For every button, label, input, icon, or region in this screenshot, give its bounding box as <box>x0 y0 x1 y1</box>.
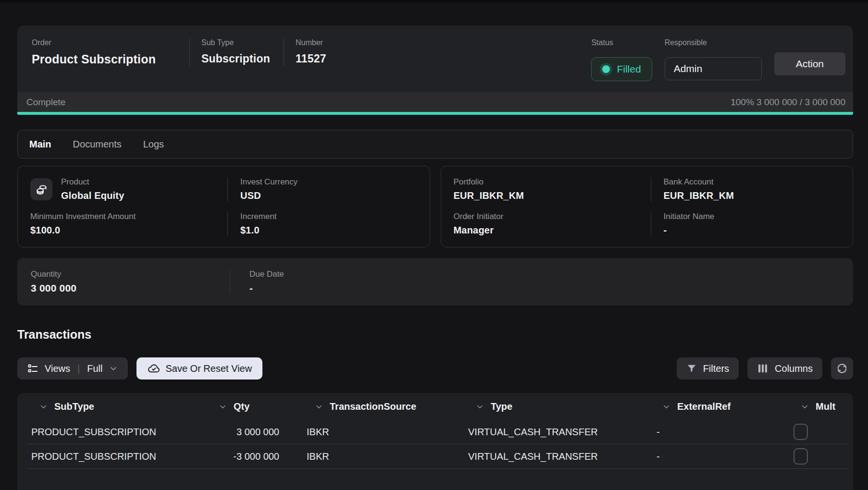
cell-externalref: - <box>642 427 781 438</box>
portfolio-cell: Portfolio EUR_IBKR_KM <box>454 177 651 201</box>
initiator-name-label: Initiator Name <box>664 212 841 221</box>
quantity-card: Quantity 3 000 000 Due Date - <box>17 258 853 306</box>
column-header-qty-label: Qty <box>234 401 249 412</box>
product-value: Global Equity <box>61 190 124 201</box>
tab-logs[interactable]: Logs <box>143 139 164 150</box>
cell-subtype: PRODUCT_SUBSCRIPTION <box>27 427 207 438</box>
views-separator: | <box>77 363 80 374</box>
cell-type: VIRTUAL_CASH_TRANSFER <box>455 451 642 462</box>
responsible-value: Admin <box>674 63 703 74</box>
sort-chevron-icon <box>662 402 671 411</box>
column-header-transactionsource-label: TransactionSource <box>330 401 416 412</box>
cell-mult <box>781 448 848 465</box>
action-label-spacer <box>774 38 845 48</box>
sort-chevron-icon <box>314 402 323 411</box>
transactions-toolbar: Views | Full Save Or Reset View <box>17 357 853 380</box>
table-row[interactable]: PRODUCT_SUBSCRIPTION 3 000 000 IBKR VIRT… <box>27 420 848 444</box>
action-column: Action <box>774 38 845 75</box>
save-or-reset-view-label: Save Or Reset View <box>165 363 252 374</box>
initiator-name-value: - <box>664 225 841 236</box>
due-date-value: - <box>249 282 840 294</box>
views-list-icon <box>27 363 38 374</box>
product-label: Product <box>61 177 124 187</box>
subtype-field-value: Subscription <box>201 52 270 65</box>
product-cell: Product Global Equity <box>30 177 227 201</box>
columns-button-label: Columns <box>775 363 813 374</box>
order-field-value: Product Subscription <box>32 52 176 66</box>
views-button[interactable]: Views | Full <box>17 357 128 380</box>
save-or-reset-view-button[interactable]: Save Or Reset View <box>136 357 262 380</box>
columns-icon <box>757 363 769 374</box>
order-header-fields: Order Product Subscription Sub Type Subs… <box>32 38 340 66</box>
quantity-value: 3 000 000 <box>31 282 230 294</box>
responsible-label: Responsible <box>665 38 762 47</box>
min-investment-label: Minimum Investment Amount <box>30 212 227 221</box>
order-initiator-label: Order Initiator <box>454 212 651 221</box>
progress-fill <box>17 112 853 115</box>
column-header-subtype[interactable]: SubType <box>27 401 207 412</box>
filter-funnel-icon <box>686 363 697 374</box>
sort-chevron-icon <box>39 402 48 411</box>
tab-documents[interactable]: Documents <box>73 139 122 150</box>
column-header-mult[interactable]: Mult <box>781 401 848 412</box>
refresh-button[interactable] <box>831 357 853 380</box>
bank-account-cell: Bank Account EUR_IBKR_KM <box>651 177 841 201</box>
progress-track <box>17 112 853 115</box>
column-header-qty[interactable]: Qty <box>207 401 294 412</box>
chevron-down-icon <box>109 364 118 373</box>
cell-type: VIRTUAL_CASH_TRANSFER <box>455 427 642 438</box>
responsible-column: Responsible Admin <box>665 38 762 80</box>
table-row[interactable]: PRODUCT_SUBSCRIPTION -3 000 000 IBKR VIR… <box>27 444 848 469</box>
filters-button[interactable]: Filters <box>677 357 739 380</box>
status-badge-text: Filled <box>617 63 641 75</box>
tab-main[interactable]: Main <box>29 139 51 150</box>
cell-subtype: PRODUCT_SUBSCRIPTION <box>27 451 207 462</box>
order-initiator-cell: Order Initiator Manager <box>454 212 651 236</box>
columns-button[interactable]: Columns <box>747 357 822 380</box>
views-button-label: Views <box>45 363 70 374</box>
increment-value: $1.0 <box>240 225 417 236</box>
quantity-label: Quantity <box>31 270 230 279</box>
cell-source: IBKR <box>294 427 455 438</box>
column-header-externalref[interactable]: ExternalRef <box>642 401 781 412</box>
invest-currency-label: Invest Currency <box>240 177 417 187</box>
responsible-select[interactable]: Admin <box>665 57 762 80</box>
progress-label: Complete <box>26 97 65 108</box>
increment-cell: Increment $1.0 <box>227 212 417 236</box>
column-header-mult-label: Mult <box>816 401 835 412</box>
column-header-transactionsource[interactable]: TransactionSource <box>294 401 455 412</box>
portfolio-label: Portfolio <box>454 177 651 187</box>
min-investment-cell: Minimum Investment Amount $100.0 <box>30 212 227 236</box>
order-field: Order Product Subscription <box>32 38 189 66</box>
cell-qty: 3 000 000 <box>207 427 294 438</box>
column-header-subtype-label: SubType <box>54 401 94 412</box>
transactions-title: Transactions <box>17 328 853 342</box>
invest-currency-value: USD <box>240 190 417 201</box>
action-button[interactable]: Action <box>774 52 845 75</box>
coins-icon <box>30 178 52 200</box>
number-field-label: Number <box>296 38 326 47</box>
initiator-name-cell: Initiator Name - <box>651 212 841 236</box>
min-investment-value: $100.0 <box>30 225 227 236</box>
progress-detail: 100% 3 000 000 / 3 000 000 <box>731 97 845 108</box>
cell-mult <box>781 424 848 440</box>
column-header-type-label: Type <box>491 401 512 412</box>
status-badge[interactable]: Filled <box>591 57 652 81</box>
sort-chevron-icon <box>800 402 809 411</box>
order-header-controls: Status Filled Responsible Admin Action <box>591 38 845 81</box>
sort-chevron-icon <box>218 402 227 411</box>
order-field-label: Order <box>32 38 176 47</box>
mult-checkbox[interactable] <box>794 424 808 440</box>
quantity-cell: Quantity 3 000 000 <box>31 270 230 294</box>
portfolio-card: Portfolio EUR_IBKR_KM Bank Account EUR_I… <box>441 166 854 247</box>
filters-button-label: Filters <box>703 363 729 374</box>
status-column: Status Filled <box>591 38 652 81</box>
cell-source: IBKR <box>294 451 455 462</box>
number-field-value: 11527 <box>296 52 326 65</box>
order-header-main: Order Product Subscription Sub Type Subs… <box>17 25 853 92</box>
refresh-icon <box>836 362 848 375</box>
views-current-view: Full <box>87 363 102 374</box>
mult-checkbox[interactable] <box>794 448 808 465</box>
portfolio-value: EUR_IBKR_KM <box>454 190 651 201</box>
column-header-type[interactable]: Type <box>455 401 642 412</box>
